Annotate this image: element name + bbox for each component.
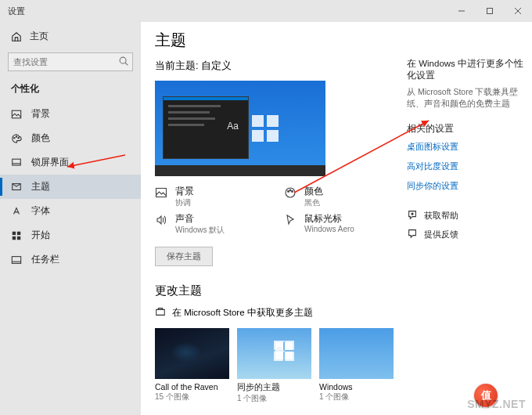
content-area: 主题 当前主题: 自定义 Aa 背景协调 — [141, 22, 407, 415]
theme-thumb — [237, 328, 311, 379]
titlebar: 设置 — [0, 0, 532, 22]
svg-rect-15 — [13, 236, 16, 239]
setting-value: Windows 默认 — [175, 225, 225, 236]
sidebar-item-background[interactable]: 背景 — [0, 102, 141, 126]
font-icon — [11, 206, 22, 217]
theme-name: Call of the Raven — [155, 382, 229, 392]
themes-icon — [11, 182, 22, 193]
svg-rect-14 — [17, 231, 20, 234]
theme-preview[interactable]: Aa — [155, 81, 325, 176]
store-icon — [155, 306, 166, 319]
theme-card-sync[interactable]: 同步的主题 1 个图像 — [237, 328, 311, 404]
theme-thumb — [319, 328, 394, 379]
save-theme-button[interactable]: 保存主题 — [155, 247, 213, 266]
nav-label: 背景 — [31, 107, 50, 121]
setting-value: 协调 — [175, 197, 194, 208]
start-icon — [11, 230, 22, 241]
link-desktop-icons[interactable]: 桌面图标设置 — [407, 141, 524, 153]
sidebar-item-lockscreen[interactable]: 锁屏界面 — [0, 150, 141, 175]
sidebar-item-colors[interactable]: 颜色 — [0, 126, 141, 150]
link-sync-settings[interactable]: 同步你的设置 — [407, 180, 524, 192]
sidebar: 主页 个性化 背景 颜色 锁屏界面 — [0, 22, 141, 415]
search-box[interactable] — [8, 52, 133, 71]
sidebar-item-taskbar[interactable]: 任务栏 — [0, 247, 141, 272]
svg-rect-17 — [12, 256, 20, 263]
store-link[interactable]: 在 Microsoft Store 中获取更多主题 — [155, 306, 393, 319]
theme-card-windows[interactable]: Windows 1 个图像 — [319, 328, 394, 404]
setting-cursor[interactable]: 鼠标光标Windows Aero — [284, 213, 390, 236]
sidebar-section-label: 个性化 — [0, 78, 141, 102]
svg-point-7 — [14, 137, 15, 138]
minimize-button[interactable] — [448, 0, 476, 22]
home-link[interactable]: 主页 — [0, 25, 141, 48]
nav-label: 主题 — [31, 180, 50, 193]
svg-rect-13 — [13, 231, 16, 234]
picture-icon — [155, 186, 167, 202]
get-help-link[interactable]: 获取帮助 — [407, 209, 524, 222]
hint-body: 从 Microsoft Store 下载兼具壁纸、声音和颜色的免费主题 — [407, 86, 524, 109]
home-icon — [11, 31, 22, 42]
page-title: 主题 — [155, 30, 393, 51]
close-button[interactable] — [504, 0, 532, 22]
picture-icon — [11, 109, 22, 120]
svg-point-23 — [292, 191, 293, 193]
preview-panel: Aa — [163, 96, 249, 159]
help-icon — [407, 209, 418, 222]
help-label: 获取帮助 — [424, 210, 458, 222]
theme-thumb — [155, 328, 229, 379]
right-panel: 在 Windows 中进行更多个性化设置 从 Microsoft Store 下… — [407, 22, 532, 415]
search-input[interactable] — [8, 52, 133, 71]
store-label: 在 Microsoft Store 中获取更多主题 — [172, 307, 313, 319]
nav-label: 开始 — [31, 229, 50, 242]
theme-meta: 15 个图像 — [155, 392, 229, 402]
svg-point-8 — [16, 135, 16, 136]
setting-value: Windows Aero — [304, 225, 354, 233]
home-label: 主页 — [30, 30, 49, 43]
hint-title: 在 Windows 中进行更多个性化设置 — [407, 58, 524, 81]
svg-point-4 — [120, 57, 126, 63]
sidebar-item-start[interactable]: 开始 — [0, 223, 141, 247]
svg-point-21 — [288, 191, 289, 193]
svg-rect-10 — [13, 159, 21, 165]
svg-point-9 — [18, 137, 19, 138]
theme-meta: 1 个图像 — [319, 392, 394, 402]
cursor-icon — [284, 213, 297, 229]
current-theme-label: 当前主题: 自定义 — [155, 59, 393, 73]
related-title: 相关的设置 — [407, 123, 524, 135]
speaker-icon — [155, 213, 167, 229]
svg-rect-1 — [487, 9, 493, 14]
svg-rect-6 — [12, 110, 20, 118]
setting-label: 声音 — [175, 213, 225, 225]
setting-sound[interactable]: 声音Windows 默认 — [155, 213, 261, 236]
setting-label: 颜色 — [304, 186, 323, 197]
feedback-label: 提供反馈 — [424, 229, 458, 240]
setting-label: 背景 — [175, 186, 194, 197]
setting-label: 鼠标光标 — [304, 213, 354, 225]
feedback-link[interactable]: 提供反馈 — [407, 228, 524, 240]
palette-icon — [11, 133, 22, 144]
sidebar-item-fonts[interactable]: 字体 — [0, 199, 141, 223]
nav-label: 任务栏 — [31, 253, 59, 266]
setting-color[interactable]: 颜色黑色 — [284, 186, 390, 208]
svg-rect-19 — [156, 189, 167, 197]
svg-point-24 — [412, 213, 413, 215]
setting-background[interactable]: 背景协调 — [155, 186, 261, 208]
preview-aa: Aa — [227, 121, 239, 132]
maximize-button[interactable] — [476, 0, 504, 22]
nav-label: 锁屏界面 — [31, 156, 69, 169]
feedback-icon — [407, 228, 418, 240]
svg-point-22 — [289, 189, 291, 191]
theme-name: 同步的主题 — [237, 382, 311, 393]
theme-name: Windows — [319, 382, 394, 392]
search-icon — [118, 56, 129, 69]
windows-logo-icon — [252, 115, 279, 142]
theme-meta: 1 个图像 — [237, 393, 311, 404]
taskbar-icon — [11, 254, 22, 265]
window-title: 设置 — [8, 5, 25, 17]
theme-card-raven[interactable]: Call of the Raven 15 个图像 — [155, 328, 229, 404]
link-high-contrast[interactable]: 高对比度设置 — [407, 161, 524, 172]
sidebar-item-themes[interactable]: 主题 — [0, 175, 141, 199]
svg-line-5 — [125, 63, 128, 65]
svg-rect-16 — [17, 236, 20, 239]
setting-value: 黑色 — [304, 197, 323, 208]
